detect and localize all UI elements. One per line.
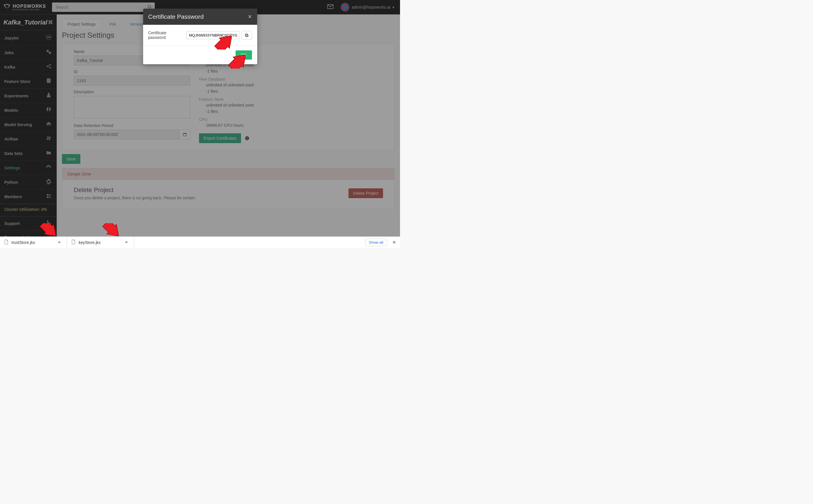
export-certificates-button[interactable]: Export Certificates: [199, 133, 241, 143]
phone-icon: [45, 220, 52, 227]
close-download-bar[interactable]: ✕: [392, 240, 396, 245]
file-icon: [71, 239, 76, 245]
svg-point-12: [47, 194, 49, 196]
sidebar-item-kafka[interactable]: Kafka: [0, 60, 56, 74]
danger-card: Danger Zone Delete Project Once you dele…: [62, 168, 395, 209]
caret-down-icon: ▼: [392, 6, 395, 9]
download-filename: keyStore.jks: [79, 240, 101, 245]
messages-icon[interactable]: [327, 4, 333, 10]
tab-project-settings[interactable]: Project Settings: [62, 19, 101, 29]
sidebar-item-python[interactable]: Python: [0, 175, 56, 190]
hive-usage: unlimited of unlimited used: [199, 82, 383, 88]
sidebar-item-data-sets[interactable]: Data Sets: [0, 146, 56, 161]
description-field[interactable]: [74, 96, 190, 118]
sidebar-item-label: Jupyter: [4, 36, 19, 40]
avatar: [341, 3, 349, 12]
pinwheel-icon: [45, 135, 52, 143]
sidebar-item-members[interactable]: Members: [0, 190, 56, 204]
modal-title: Certificate Password: [148, 13, 204, 20]
download-bar: trustStore.jks keyStore.jks Show all ✕: [0, 236, 400, 248]
sidebar-item-jobs[interactable]: Jobs: [0, 46, 56, 60]
sidebar-item-model-serving[interactable]: Model Serving: [0, 118, 56, 132]
certificate-password-field[interactable]: [186, 31, 240, 39]
jupyter-icon: [45, 34, 52, 42]
download-item[interactable]: keyStore.jks: [67, 237, 134, 248]
project-name: Kafka_Tutorial: [3, 19, 47, 26]
download-filename: trustStore.jks: [12, 240, 35, 245]
brand-text: HOPSWORKS: [13, 4, 46, 9]
copy-icon: [245, 33, 249, 37]
python-icon: [45, 179, 52, 186]
cluster-utilization-label: Cluster Utilization: 0%: [0, 204, 56, 212]
sidebar-item-label: Kafka: [4, 65, 15, 69]
modal-label: Certificate password:: [148, 31, 185, 40]
sidebar-item-label: Data Sets: [4, 151, 23, 156]
save-button[interactable]: Save: [62, 154, 80, 164]
sidebar-support[interactable]: Support: [0, 217, 56, 230]
copy-password-button[interactable]: [242, 31, 252, 39]
sidebar-item-label: Jobs: [4, 50, 14, 55]
sidebar-item-label: Experiments: [4, 94, 29, 98]
tab-pia[interactable]: PIA: [104, 19, 122, 29]
flask-icon: [45, 92, 52, 99]
chevron-up-icon[interactable]: [58, 240, 61, 245]
retention-field[interactable]: [74, 130, 179, 139]
danger-zone-header: Danger Zone: [62, 168, 395, 180]
delete-project-title: Delete Project: [74, 186, 196, 194]
desc-label: Description: [74, 90, 190, 94]
share-icon: [45, 63, 52, 71]
sidebar-item-jupyter[interactable]: Jupyter: [0, 31, 56, 46]
calendar-button[interactable]: [179, 130, 190, 139]
folder-icon: [45, 150, 52, 157]
search-input[interactable]: [52, 2, 155, 12]
show-all-downloads[interactable]: Show all: [365, 238, 387, 246]
download-item[interactable]: trustStore.jks: [0, 237, 67, 248]
sidebar-item-experiments[interactable]: Experiments: [0, 89, 56, 103]
svg-rect-19: [245, 34, 248, 36]
modal-close-icon[interactable]: ✕: [248, 14, 252, 20]
logo-icon: [3, 3, 11, 11]
sidebar-item-feature-store[interactable]: Feature Store: [0, 74, 56, 89]
sidebar-item-label: Python: [4, 180, 18, 185]
id-field[interactable]: [74, 76, 190, 86]
sidebar-item-settings[interactable]: Settings: [0, 161, 56, 175]
close-project-icon[interactable]: ✖: [48, 19, 53, 26]
svg-line-10: [48, 67, 50, 67]
fs-head: Feature Store: [199, 97, 383, 102]
hdfs-files: -1 files: [199, 68, 383, 74]
gears-icon: [45, 49, 52, 56]
user-email: admin@hopsworks.ai: [352, 5, 390, 10]
user-menu[interactable]: admin@hopsworks.ai ▼: [341, 3, 395, 12]
fs-usage: unlimited of unlimited used: [199, 102, 383, 108]
sidebar: Kafka_Tutorial ✖ Jupyter Jobs Kafka Feat…: [0, 14, 57, 236]
hive-files: -1 files: [199, 88, 383, 94]
certificate-password-modal: Certificate Password ✕ Certificate passw…: [143, 9, 257, 64]
svg-line-1: [150, 7, 151, 8]
sidebar-item-label: Models: [4, 108, 18, 113]
modal-ok-button[interactable]: OK: [236, 50, 252, 60]
svg-rect-18: [246, 35, 248, 37]
database-icon: [45, 78, 52, 85]
sidebar-item-airflow[interactable]: Airflow: [0, 132, 56, 146]
svg-rect-17: [185, 132, 186, 133]
brand-logo[interactable]: HOPSWORKS ENTERPRISE EDITION: [3, 3, 46, 11]
sidebar-item-label: Model Serving: [4, 122, 32, 127]
id-label: ID: [74, 69, 190, 74]
svg-point-0: [148, 5, 151, 8]
svg-point-4: [47, 50, 49, 52]
sidebar-support-label: Support: [4, 221, 20, 226]
delete-project-button[interactable]: Delete Project: [348, 188, 383, 198]
info-icon[interactable]: i: [245, 136, 249, 140]
cpu-value: 16666.67 CPU hours: [199, 122, 383, 128]
global-search: [52, 2, 155, 12]
svg-rect-15: [183, 134, 186, 136]
sidebar-item-models[interactable]: Models: [0, 103, 56, 118]
chevron-up-icon[interactable]: [125, 240, 128, 245]
svg-line-9: [48, 65, 50, 66]
file-icon: [4, 239, 9, 245]
brain-icon: [45, 107, 52, 114]
sidebar-item-label: Feature Store: [4, 79, 30, 84]
serve-icon: [45, 121, 52, 128]
hive-head: Hive Database: [199, 77, 383, 82]
svg-point-13: [49, 194, 51, 196]
